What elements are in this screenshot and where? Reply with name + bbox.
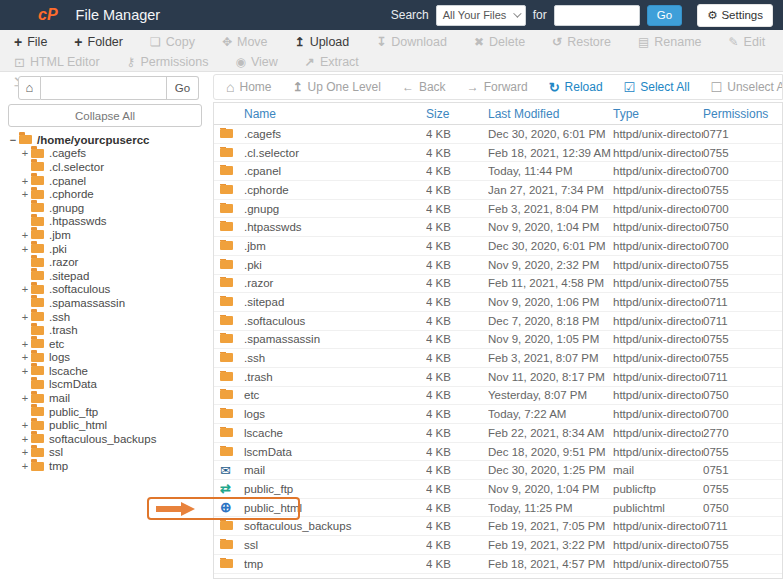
search-scope-select[interactable]: All Your Files (436, 5, 526, 26)
file-name[interactable]: tmp (244, 558, 426, 570)
toolbar-button[interactable]: Folder (74, 32, 123, 52)
path-home-button[interactable]: ⌂ (18, 76, 41, 100)
collapse-all-button[interactable]: Collapse All (8, 104, 202, 127)
toolbar-button[interactable]: Extract (305, 52, 359, 72)
tree-expand-toggle[interactable]: + (20, 338, 30, 350)
tree-item[interactable]: + etc (8, 337, 208, 351)
file-name[interactable]: .jbm (244, 240, 426, 252)
tree-expand-toggle[interactable]: + (20, 311, 30, 323)
tree-item[interactable]: + softaculous_backups (8, 432, 208, 446)
file-name[interactable]: .cphorde (244, 184, 426, 196)
file-name[interactable]: .gnupg (244, 203, 426, 215)
tree-expand-toggle[interactable]: + (20, 460, 30, 472)
toolbar-button[interactable]: View (235, 52, 277, 72)
tree-item[interactable]: + .softaculous (8, 283, 208, 297)
file-name[interactable]: .ssh (244, 352, 426, 364)
settings-button[interactable]: ⚙Settings (697, 4, 773, 27)
file-name[interactable]: ssl (244, 539, 426, 551)
tree-item[interactable]: .htpasswds (8, 215, 208, 229)
toolbar-button[interactable]: Rename (638, 32, 702, 52)
file-name[interactable]: lscache (244, 427, 426, 439)
tree-expand-toggle[interactable]: + (20, 188, 30, 200)
table-row[interactable]: .trash 4 KB Nov 11, 2020, 8:17 PM httpd/… (214, 368, 782, 387)
column-header-permissions[interactable]: Permissions (703, 107, 782, 121)
tree-item[interactable]: + logs (8, 351, 208, 365)
tree-item[interactable]: + .pki (8, 242, 208, 256)
tree-item[interactable]: .spamassassin (8, 296, 208, 310)
toolbar-button[interactable]: Upload (295, 32, 350, 52)
table-row[interactable]: .cpanel 4 KB Today, 11:44 PM httpd/unix-… (214, 162, 782, 181)
table-row[interactable]: .cl.selector 4 KB Feb 18, 2021, 12:39 AM… (214, 144, 782, 163)
tree-item[interactable]: .razor (8, 255, 208, 269)
table-row[interactable]: ssl 4 KB Feb 19, 2021, 3:22 PM httpd/uni… (214, 536, 782, 555)
tree-item[interactable]: + mail (8, 391, 208, 405)
column-header-type[interactable]: Type (613, 107, 703, 121)
file-name[interactable]: .pki (244, 259, 426, 271)
toolbar-button[interactable]: Delete (474, 32, 525, 52)
tree-item[interactable]: + .ssh (8, 310, 208, 324)
toolbar-button[interactable]: Permissions (127, 52, 209, 72)
tree-expand-toggle[interactable]: + (20, 433, 30, 445)
table-row[interactable]: lscache 4 KB Feb 22, 2021, 8:34 AM httpd… (214, 424, 782, 443)
search-go-button[interactable]: Go (647, 5, 682, 26)
table-row[interactable]: tmp 4 KB Feb 18, 2021, 4:57 PM httpd/uni… (214, 555, 782, 574)
table-row[interactable]: .pki 4 KB Nov 9, 2020, 2:32 PM httpd/uni… (214, 256, 782, 275)
tree-expand-toggle[interactable]: + (20, 351, 30, 363)
toolbar-button[interactable]: Restore (552, 32, 611, 52)
toolbar-button[interactable]: HTML Editor (14, 52, 100, 72)
tree-item[interactable]: + lscache (8, 364, 208, 378)
table-row[interactable]: etc 4 KB Yesterday, 8:07 PM httpd/unix-d… (214, 387, 782, 406)
file-name[interactable]: logs (244, 408, 426, 420)
file-name[interactable]: .trash (244, 371, 426, 383)
toolbar-button[interactable]: Move (222, 32, 268, 52)
table-row[interactable]: logs 4 KB Today, 7:22 AM httpd/unix-dire… (214, 405, 782, 424)
tree-expand-toggle[interactable]: + (20, 147, 30, 159)
tree-item[interactable]: + ssl (8, 446, 208, 460)
tree-item[interactable]: .trash (8, 323, 208, 337)
file-name[interactable]: lscmData (244, 446, 426, 458)
table-row[interactable]: .htpasswds 4 KB Nov 9, 2020, 1:04 PM htt… (214, 218, 782, 237)
tree-root[interactable]: − /home/yourcpusercc (8, 133, 208, 147)
tree-item[interactable]: .sitepad (8, 269, 208, 283)
tree-item[interactable]: public_ftp (8, 405, 208, 419)
tree-expand-toggle[interactable]: + (20, 243, 30, 255)
nav-button[interactable]: Reload (549, 80, 603, 94)
table-row[interactable]: .cagefs 4 KB Dec 30, 2020, 6:01 PM httpd… (214, 125, 782, 144)
file-name[interactable]: .razor (244, 277, 426, 289)
table-row[interactable]: lscmData 4 KB Dec 18, 2020, 9:51 PM http… (214, 443, 782, 462)
column-header-size[interactable]: Size (426, 107, 488, 121)
table-row[interactable]: .softaculous 4 KB Dec 7, 2020, 8:18 PM h… (214, 312, 782, 331)
table-row[interactable]: .cphorde 4 KB Jan 27, 2021, 7:34 PM http… (214, 181, 782, 200)
file-name[interactable]: public_ftp (244, 483, 426, 495)
tree-expand-toggle[interactable]: + (20, 283, 30, 295)
table-row[interactable]: .spamassassin 4 KB Nov 9, 2020, 1:05 PM … (214, 331, 782, 350)
tree-expand-toggle[interactable]: + (20, 446, 30, 458)
table-row[interactable]: .sitepad 4 KB Nov 9, 2020, 1:06 PM httpd… (214, 293, 782, 312)
search-input[interactable] (554, 5, 640, 26)
tree-item[interactable]: .cl.selector (8, 160, 208, 174)
table-row[interactable]: softaculous_backups 4 KB Feb 19, 2021, 7… (214, 517, 782, 536)
table-row[interactable]: .jbm 4 KB Dec 30, 2020, 6:01 PM httpd/un… (214, 237, 782, 256)
toolbar-button[interactable]: Copy (150, 32, 195, 52)
column-header-last-modified[interactable]: Last Modified (488, 107, 613, 121)
tree-expand-toggle[interactable]: + (20, 365, 30, 377)
nav-button[interactable]: Up One Level (292, 80, 380, 94)
table-row[interactable] (214, 574, 782, 579)
tree-item[interactable]: + tmp (8, 459, 208, 473)
nav-button[interactable]: Forward (467, 80, 528, 94)
column-header-name[interactable]: Name (244, 107, 426, 121)
tree-item[interactable]: + .cpanel (8, 174, 208, 188)
file-name[interactable]: public_html (244, 502, 426, 514)
file-name[interactable]: mail (244, 464, 426, 476)
table-row[interactable]: public_html 4 KB Today, 11:25 PM publich… (214, 499, 782, 518)
tree-item[interactable]: lscmData (8, 378, 208, 392)
file-name[interactable]: .cl.selector (244, 147, 426, 159)
table-row[interactable]: .ssh 4 KB Feb 3, 2021, 8:07 PM httpd/uni… (214, 349, 782, 368)
tree-expand-toggle[interactable]: + (20, 419, 30, 431)
nav-button[interactable]: Back (402, 80, 446, 94)
toolbar-button[interactable]: Download (376, 32, 447, 52)
file-name[interactable]: .cpanel (244, 165, 426, 177)
file-name[interactable]: .cagefs (244, 128, 426, 140)
tree-collapse-toggle[interactable]: − (8, 134, 18, 146)
path-go-button[interactable]: Go (167, 76, 199, 100)
